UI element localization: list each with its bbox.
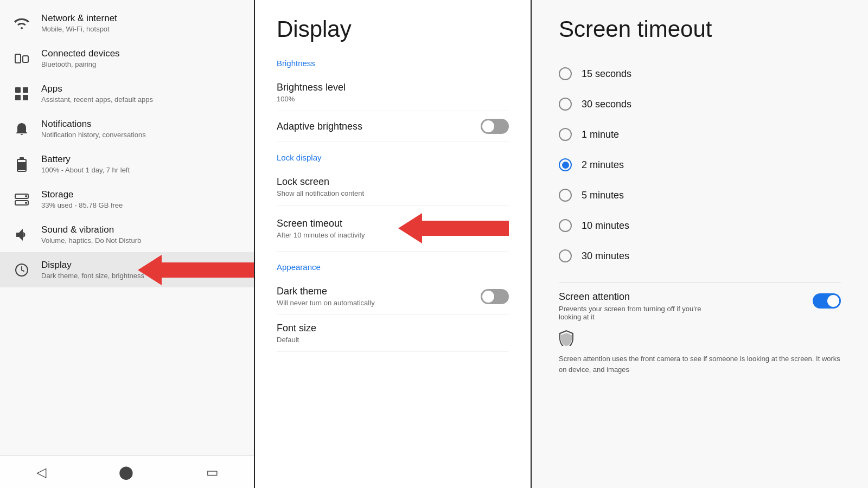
screen-attention-icon-row <box>559 330 841 349</box>
apps-title: Apps <box>41 84 153 94</box>
display-title: Display <box>41 260 144 271</box>
svg-rect-4 <box>15 95 21 100</box>
dark-theme-toggle[interactable] <box>481 289 509 304</box>
sidebar-item-display[interactable]: Display Dark theme, font size, brightnes… <box>0 252 254 287</box>
display-icon <box>13 261 30 279</box>
radio-10min[interactable] <box>559 219 572 232</box>
font-size-item[interactable]: Font size Default <box>277 315 509 352</box>
svg-rect-0 <box>15 54 21 63</box>
battery-icon <box>13 156 30 173</box>
connected-text-group: Connected devices Bluetooth, pairing <box>41 48 120 68</box>
screen-timeout-subtitle: After 10 minutes of inactivity <box>277 231 393 239</box>
sidebar-item-storage[interactable]: Storage 33% used - 85.78 GB free <box>0 182 254 217</box>
lock-display-section-header: Lock display <box>277 153 509 162</box>
sidebar-item-apps[interactable]: Apps Assistant, recent apps, default app… <box>0 76 254 111</box>
connected-icon <box>13 50 30 67</box>
radio-5min[interactable] <box>559 189 572 202</box>
timeout-option-15sec[interactable]: 15 seconds <box>559 59 841 89</box>
sidebar-item-connected[interactable]: Connected devices Bluetooth, pairing <box>0 41 254 76</box>
screen-attention-text: Screen attention Prevents your screen fr… <box>559 291 722 321</box>
radio-2min[interactable] <box>559 158 572 171</box>
brightness-section-header: Brightness <box>277 59 509 68</box>
timeout-label-30sec: 30 seconds <box>582 99 631 110</box>
screen-attention-section: Screen attention Prevents your screen fr… <box>559 282 841 375</box>
display-text-group: Display Dark theme, font size, brightnes… <box>41 260 144 280</box>
screen-timeout-panel-title: Screen timeout <box>559 16 841 42</box>
timeout-option-30sec[interactable]: 30 seconds <box>559 89 841 119</box>
radio-1min[interactable] <box>559 128 572 141</box>
timeout-option-5min[interactable]: 5 minutes <box>559 180 841 210</box>
radio-2min-inner <box>562 162 569 169</box>
network-text-group: Network & internet Mobile, Wi-Fi, hotspo… <box>41 13 117 33</box>
notifications-subtitle: Notification history, conversations <box>41 131 146 139</box>
sidebar-item-sound[interactable]: Sound & vibration Volume, haptics, Do No… <box>0 217 254 252</box>
sidebar-item-network[interactable]: Network & internet Mobile, Wi-Fi, hotspo… <box>0 5 254 41</box>
timeout-option-10min[interactable]: 10 minutes <box>559 210 841 241</box>
svg-rect-7 <box>20 157 24 159</box>
dark-theme-toggle-thumb <box>482 291 494 303</box>
sound-icon <box>13 226 30 243</box>
sound-subtitle: Volume, haptics, Do Not Disturb <box>41 236 141 245</box>
screen-attention-toggle-thumb <box>827 295 839 307</box>
brightness-level-item[interactable]: Brightness level 100% <box>277 74 509 111</box>
brightness-level-title: Brightness level <box>277 82 509 93</box>
brightness-level-text: Brightness level 100% <box>277 82 509 103</box>
notifications-title: Notifications <box>41 119 146 130</box>
timeout-label-10min: 10 minutes <box>582 220 629 232</box>
network-title: Network & internet <box>41 13 117 24</box>
storage-text-group: Storage 33% used - 85.78 GB free <box>41 189 123 209</box>
apps-subtitle: Assistant, recent apps, default apps <box>41 95 153 104</box>
home-nav-icon[interactable]: ⬤ <box>119 465 133 480</box>
timeout-option-2min[interactable]: 2 minutes <box>559 150 841 180</box>
display-subtitle: Dark theme, font size, brightness <box>41 272 144 280</box>
timeout-option-1min[interactable]: 1 minute <box>559 119 841 150</box>
battery-title: Battery <box>41 154 130 165</box>
appearance-section-header: Appearance <box>277 262 509 272</box>
timeout-label-2min: 2 minutes <box>582 159 624 171</box>
apps-text-group: Apps Assistant, recent apps, default app… <box>41 84 153 104</box>
battery-subtitle: 100% - About 1 day, 7 hr left <box>41 166 130 174</box>
svg-point-12 <box>25 202 27 204</box>
sidebar-item-battery[interactable]: Battery 100% - About 1 day, 7 hr left <box>0 146 254 182</box>
timeout-option-30min[interactable]: 30 minutes <box>559 241 841 271</box>
connected-title: Connected devices <box>41 48 120 59</box>
dark-theme-title: Dark theme <box>277 286 481 297</box>
screen-timeout-text: Screen timeout After 10 minutes of inact… <box>277 218 393 239</box>
timeout-label-1min: 1 minute <box>582 129 619 140</box>
sound-text-group: Sound & vibration Volume, haptics, Do No… <box>41 224 141 245</box>
screen-timeout-item[interactable]: Screen timeout After 10 minutes of inact… <box>277 206 509 252</box>
storage-icon <box>13 191 30 208</box>
lock-screen-item[interactable]: Lock screen Show all notification conten… <box>277 169 509 206</box>
radio-30sec[interactable] <box>559 98 572 111</box>
screen-timeout-title: Screen timeout <box>277 218 393 229</box>
adaptive-brightness-toggle[interactable] <box>481 119 509 134</box>
adaptive-brightness-title: Adaptive brightness <box>277 121 481 132</box>
font-size-text: Font size Default <box>277 323 509 344</box>
screen-attention-title: Screen attention <box>559 291 722 303</box>
lock-screen-title: Lock screen <box>277 176 509 188</box>
sound-title: Sound & vibration <box>41 224 141 235</box>
timeout-options-list: 15 seconds 30 seconds 1 minute 2 minutes… <box>559 59 841 271</box>
screen-attention-note: Screen attention uses the front camera t… <box>559 354 841 375</box>
screen-attention-row: Screen attention Prevents your screen fr… <box>559 291 841 321</box>
storage-title: Storage <box>41 189 123 200</box>
sidebar-item-notifications[interactable]: Notifications Notification history, conv… <box>0 111 254 146</box>
back-nav-icon[interactable]: ◁ <box>36 465 46 480</box>
timeout-label-5min: 5 minutes <box>582 190 624 201</box>
radio-15sec[interactable] <box>559 67 572 80</box>
lock-screen-text: Lock screen Show all notification conten… <box>277 176 509 197</box>
network-subtitle: Mobile, Wi-Fi, hotspot <box>41 25 117 33</box>
screen-attention-toggle[interactable] <box>813 293 841 309</box>
svg-rect-5 <box>23 95 28 100</box>
adaptive-brightness-item[interactable]: Adaptive brightness <box>277 111 509 142</box>
recents-nav-icon[interactable]: ▭ <box>206 465 219 480</box>
wifi-icon <box>13 15 30 32</box>
radio-30min[interactable] <box>559 249 572 262</box>
screen-timeout-arrow <box>398 213 509 243</box>
svg-rect-1 <box>23 56 28 62</box>
dark-theme-item[interactable]: Dark theme Will never turn on automatica… <box>277 278 509 315</box>
svg-rect-3 <box>23 87 28 93</box>
adaptive-brightness-toggle-thumb <box>482 120 494 132</box>
dark-theme-subtitle: Will never turn on automatically <box>277 299 481 307</box>
display-settings-panel: Display Brightness Brightness level 100%… <box>255 0 532 488</box>
